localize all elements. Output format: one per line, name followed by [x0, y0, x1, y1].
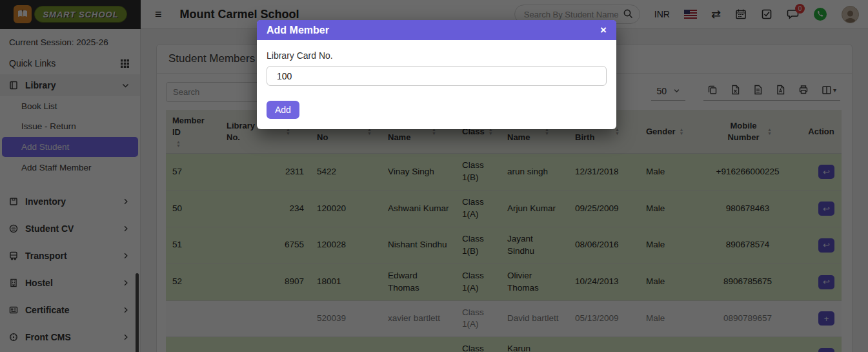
add-button[interactable]: Add — [267, 101, 299, 119]
library-card-no-input[interactable] — [267, 66, 607, 86]
modal-body: Library Card No. Add — [257, 40, 616, 129]
add-member-modal: Add Member × Library Card No. Add — [257, 20, 616, 129]
modal-title: Add Member — [267, 25, 329, 36]
library-card-no-label: Library Card No. — [267, 50, 607, 61]
close-icon[interactable]: × — [600, 25, 607, 36]
modal-header: Add Member × — [257, 20, 616, 40]
app-root: SMART SCHOOL ≡ Mount Carmel School INR ⇄ — [0, 0, 868, 352]
